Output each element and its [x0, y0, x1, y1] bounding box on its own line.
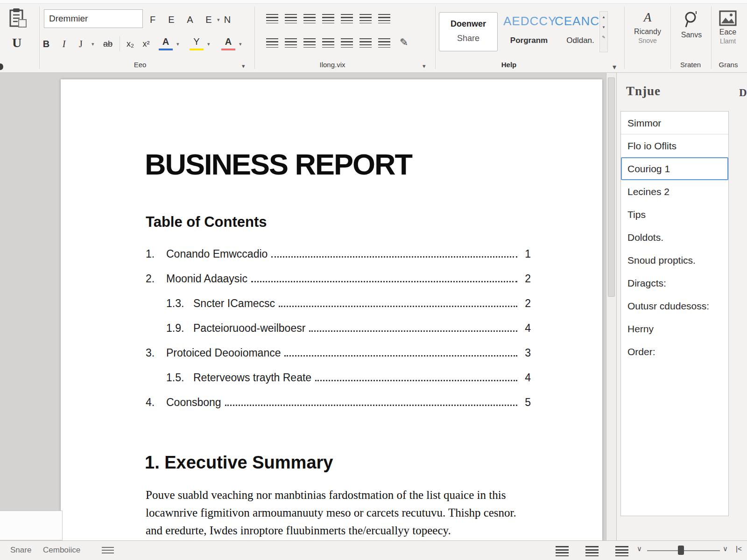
style-list-item[interactable]: Couriog 1 [621, 157, 728, 180]
toc-entry-number: 1. [146, 248, 166, 260]
style-gallery-scrollbar[interactable]: ▴ ▾ ✎ [599, 11, 608, 52]
format-painter-icon[interactable]: ✎ [400, 36, 408, 49]
status-menu-icon[interactable] [102, 547, 114, 554]
chevron-down-icon[interactable]: ▾ [176, 41, 179, 47]
read-mode-view-icon[interactable] [556, 546, 569, 556]
chevron-down-icon[interactable]: ▾ [239, 41, 242, 47]
section-heading: 1. Executive Summary [145, 453, 333, 473]
style-list-item[interactable]: Order: [621, 340, 728, 363]
gallery-more-icon[interactable]: ✎ [600, 32, 607, 42]
gallery-down-icon[interactable]: ▾ [600, 22, 607, 32]
status-composite-button[interactable]: Cemboiice [43, 546, 80, 555]
justify-icon[interactable] [322, 38, 334, 48]
zoom-in-icon[interactable]: ∨ [723, 545, 728, 553]
font-name-select[interactable]: Dremmier [44, 9, 143, 28]
underline-style-button[interactable]: J [74, 35, 88, 52]
gallery-up-icon[interactable]: ▴ [600, 12, 607, 22]
font-tool-button[interactable]: A [183, 11, 197, 28]
style-list-item[interactable]: Doldots. [621, 226, 728, 249]
toc-entry[interactable]: 2. Moonid Adaaysic 2 [146, 271, 531, 285]
recently-saved-button[interactable]: A Ricandy Snove [627, 10, 669, 44]
styles-dialog-launcher[interactable]: ▾ [613, 63, 616, 71]
borders-icon[interactable] [378, 38, 390, 48]
bullet-list-icon[interactable] [266, 14, 278, 23]
align-left-icon[interactable] [266, 38, 278, 48]
toc-entry[interactable]: 3. Protoiced Deooiomance 3 [146, 345, 531, 359]
chevron-down-icon[interactable]: ▾ [207, 41, 210, 47]
tool-label-line1: Eace [712, 28, 744, 36]
paragraph-dialog-launcher[interactable]: ▾ [423, 63, 426, 70]
toc-entry[interactable]: 1. Conando Emwccadio 1 [146, 246, 531, 260]
style-gallery-item[interactable]: CEANCE Odldan. [555, 14, 606, 45]
image-tool-button[interactable]: Eace Llamt [712, 10, 744, 45]
text-effects-button[interactable]: A [221, 35, 235, 50]
document-canvas[interactable]: BUSINESS REPORT Table of Contents 1. Con… [0, 73, 606, 540]
toc-entry[interactable]: 1.9. Pacteioruood-weilboesr 4 [146, 321, 531, 335]
zoom-slider-handle[interactable] [678, 546, 684, 555]
font-tool-button[interactable]: E [164, 11, 178, 28]
font-tool-button[interactable]: E [202, 11, 216, 28]
style-list-item[interactable]: Outusr cdudesoss: [621, 294, 728, 317]
body-paragraph[interactable]: Pouve suabld veaching nor manbtinias far… [146, 486, 532, 539]
scrollbar-thumb[interactable] [608, 77, 615, 297]
style-list-item[interactable]: Snoud proptics. [621, 249, 728, 272]
align-center-icon[interactable] [285, 38, 297, 48]
style-list-item[interactable]: Lecines 2 [621, 180, 728, 203]
toc-entry-page: 5 [519, 396, 531, 409]
font-dialog-launcher[interactable]: ▾ [242, 63, 245, 70]
outdent-icon[interactable] [322, 14, 334, 23]
superscript-button[interactable]: x² [139, 35, 153, 52]
web-layout-view-icon[interactable] [615, 546, 628, 556]
strikethrough-button[interactable]: ab [99, 35, 117, 52]
sort-icon[interactable] [359, 14, 372, 23]
italic-button[interactable]: I [57, 35, 71, 52]
shading-icon[interactable] [359, 38, 372, 48]
toc-entry-page: 3 [519, 347, 531, 359]
share-button[interactable]: Doenwer Share [439, 12, 498, 51]
status-share-button[interactable]: Snare [10, 546, 31, 555]
document-scrollbar[interactable] [606, 73, 616, 540]
search-button[interactable]: Sanvs [672, 10, 711, 39]
zoom-fit-label[interactable]: |< [736, 545, 742, 553]
toc-dot-leader [279, 306, 517, 307]
toc-entry-number: 2. [146, 273, 166, 285]
style-list-item[interactable]: Simmor [621, 112, 728, 134]
toc-dot-leader [225, 405, 517, 406]
numbered-list-icon[interactable] [285, 14, 297, 23]
toc-entry[interactable]: 1.5. Reterveows trayth Reate 4 [146, 370, 531, 384]
font-color-button[interactable]: A [159, 35, 173, 50]
document-page[interactable]: BUSINESS REPORT Table of Contents 1. Con… [61, 79, 602, 540]
tool-label-line2: Llamt [712, 37, 744, 45]
line-spacing-icon[interactable] [341, 38, 353, 48]
table-of-contents: 1. Conando Emwccadio 1 2. Moonid Adaaysi… [146, 246, 531, 420]
style-list-item[interactable]: Diragcts: [621, 272, 728, 294]
toc-entry-text: Pacteioruood-weilboesr [193, 322, 305, 335]
tool-label-line1: Sanvs [672, 31, 711, 39]
style-list-item[interactable]: Herny [621, 317, 728, 340]
share-button-line1: Doenwer [439, 19, 497, 29]
chevron-down-icon[interactable]: ▾ [92, 41, 94, 47]
image-group-label: Grans [710, 61, 747, 71]
align-right-icon[interactable] [303, 38, 316, 48]
paragraph-marks-icon[interactable] [378, 14, 390, 23]
paste-icon[interactable] [7, 7, 28, 31]
toc-entry[interactable]: 1.3. Sncter ICamecsc 2 [146, 296, 531, 310]
edge-dot [0, 63, 3, 70]
style-gallery-item[interactable]: AEDCCY Porgranm [503, 14, 555, 45]
print-layout-view-icon[interactable] [585, 546, 599, 556]
chevron-down-icon[interactable]: ▾ [217, 17, 220, 23]
bold-button[interactable]: B [39, 35, 53, 52]
style-list-item[interactable]: Flo io Oflits [621, 134, 728, 157]
toc-entry-page: 4 [519, 371, 531, 384]
highlight-button[interactable]: Y [190, 35, 204, 50]
zoom-out-icon[interactable]: ∨ [637, 545, 642, 553]
style-preview: AEDCCY [503, 14, 555, 28]
font-tool-button[interactable]: N [220, 11, 234, 28]
multilevel-list-icon[interactable] [303, 14, 316, 23]
indent-icon[interactable] [341, 14, 353, 23]
style-list-item[interactable]: Tips [621, 203, 728, 226]
subscript-button[interactable]: x₂ [123, 35, 137, 52]
font-tool-button[interactable]: F [146, 11, 160, 28]
underline-button[interactable]: U [12, 35, 21, 50]
toc-entry[interactable]: 4. Coonsbong 5 [146, 395, 531, 409]
